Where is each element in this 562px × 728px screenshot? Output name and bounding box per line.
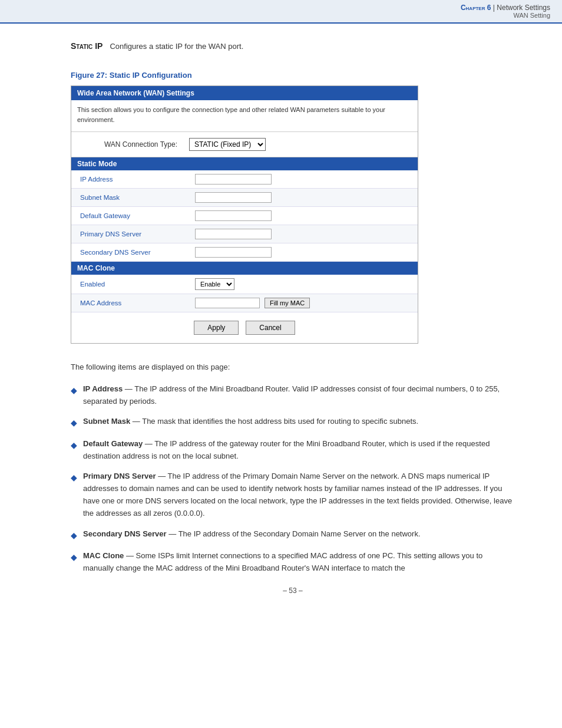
bullet-item-secondary-dns: ◆ Secondary DNS Server — The IP address … (71, 528, 515, 542)
bullet-text-secondary-dns: Secondary DNS Server — The IP address of… (83, 528, 421, 541)
secondary-dns-row: Secondary DNS Server (71, 243, 418, 262)
subnet-mask-row: Subnet Mask (71, 189, 418, 207)
bullet-diamond-icon: ◆ (71, 439, 77, 452)
ip-address-row: IP Address (71, 170, 418, 189)
bullet-item-ip-address: ◆ IP Address — The IP address of the Min… (71, 383, 515, 408)
enabled-select[interactable]: Enable Disable (195, 278, 234, 290)
bullet-desc-subnet-mask: — The mask that identifies the host addr… (133, 417, 418, 426)
bullet-term-ip-address: IP Address (83, 384, 123, 393)
cancel-button[interactable]: Cancel (246, 321, 295, 335)
wan-connection-row: WAN Connection Type: STATIC (Fixed IP) D… (71, 132, 418, 157)
bullet-desc-default-gateway: — The IP address of the gateway router f… (83, 439, 490, 460)
main-content: Static IP Configures a static IP for the… (0, 24, 562, 624)
mac-clone-header: MAC Clone (71, 262, 418, 275)
bullet-text-mac-clone: MAC Clone — Some ISPs limit Internet con… (83, 550, 515, 575)
mac-address-label: MAC Address (77, 299, 195, 307)
bullet-term-mac-clone: MAC Clone (83, 551, 124, 560)
bullet-text-ip-address: IP Address — The IP address of the Mini … (83, 383, 515, 408)
bullet-item-subnet-mask: ◆ Subnet Mask — The mask that identifies… (71, 416, 515, 429)
apply-button[interactable]: Apply (194, 321, 239, 335)
wan-connection-type-select[interactable]: STATIC (Fixed IP) DHCP PPPoE (189, 138, 266, 151)
bullet-diamond-icon: ◆ (71, 384, 77, 397)
mac-address-input[interactable] (195, 298, 260, 308)
figure-title: Figure 27: Static IP Configuration (71, 71, 515, 80)
bullet-desc-mac-clone: — Some ISPs limit Internet connections t… (83, 551, 482, 572)
bullet-term-primary-dns: Primary DNS Server (83, 472, 156, 480)
ip-address-label: IP Address (77, 176, 195, 183)
primary-dns-label: Primary DNS Server (77, 230, 195, 238)
default-gateway-label: Default Gateway (77, 212, 195, 219)
chapter-label: Chapter 6 (461, 4, 491, 12)
body-intro: The following items are displayed on thi… (71, 361, 515, 374)
static-ip-title: Static IP (71, 41, 103, 51)
bullet-item-default-gateway: ◆ Default Gateway — The IP address of th… (71, 438, 515, 463)
bullet-diamond-icon: ◆ (71, 471, 77, 484)
bullet-text-primary-dns: Primary DNS Server — The IP address of t… (83, 470, 515, 519)
bullet-item-mac-clone: ◆ MAC Clone — Some ISPs limit Internet c… (71, 550, 515, 575)
default-gateway-row: Default Gateway (71, 207, 418, 225)
primary-dns-input[interactable] (195, 229, 272, 239)
static-ip-title-row: Static IP Configures a static IP for the… (71, 41, 515, 61)
primary-dns-row: Primary DNS Server (71, 225, 418, 243)
secondary-dns-label: Secondary DNS Server (77, 249, 195, 256)
bullet-text-subnet-mask: Subnet Mask — The mask that identifies t… (83, 416, 418, 428)
secondary-dns-input[interactable] (195, 247, 272, 258)
page-number: – 53 – (71, 587, 515, 607)
enabled-label: Enabled (77, 281, 195, 288)
bullet-desc-secondary-dns: — The IP address of the Secondary Domain… (168, 529, 420, 538)
subnet-mask-input[interactable] (195, 192, 272, 203)
sub-section-label: WAN Setting (0, 12, 550, 19)
subnet-mask-label: Subnet Mask (77, 194, 195, 201)
default-gateway-input[interactable] (195, 210, 272, 221)
bullet-text-default-gateway: Default Gateway — The IP address of the … (83, 438, 515, 463)
bullet-term-subnet-mask: Subnet Mask (83, 417, 130, 426)
button-row: Apply Cancel (71, 312, 418, 343)
static-ip-description: Configures a static IP for the WAN port. (110, 42, 243, 51)
bullet-desc-ip-address: — The IP address of the Mini Broadband R… (83, 384, 500, 406)
ip-address-input[interactable] (195, 174, 272, 185)
wan-settings-box: Wide Area Network (WAN) Settings This se… (71, 85, 418, 344)
wan-connection-label: WAN Connection Type: (83, 140, 189, 149)
bullet-diamond-icon: ◆ (71, 529, 77, 542)
bullet-list: ◆ IP Address — The IP address of the Min… (71, 383, 515, 575)
bullet-term-default-gateway: Default Gateway (83, 439, 143, 448)
wan-box-description: This section allows you to configure the… (71, 100, 418, 132)
bullet-term-secondary-dns: Secondary DNS Server (83, 529, 167, 538)
section-label: Network Settings (497, 4, 550, 12)
fill-my-mac-button[interactable]: Fill my MAC (265, 298, 310, 308)
bullet-diamond-icon: ◆ (71, 551, 77, 564)
mac-address-row: MAC Address Fill my MAC (71, 294, 418, 312)
enabled-row: Enabled Enable Disable (71, 275, 418, 294)
static-mode-header: Static Mode (71, 157, 418, 170)
bullet-item-primary-dns: ◆ Primary DNS Server — The IP address of… (71, 470, 515, 519)
page-header: Chapter 6 | Network Settings WAN Setting (0, 0, 562, 24)
bullet-diamond-icon: ◆ (71, 416, 77, 429)
wan-box-header: Wide Area Network (WAN) Settings (71, 86, 418, 100)
